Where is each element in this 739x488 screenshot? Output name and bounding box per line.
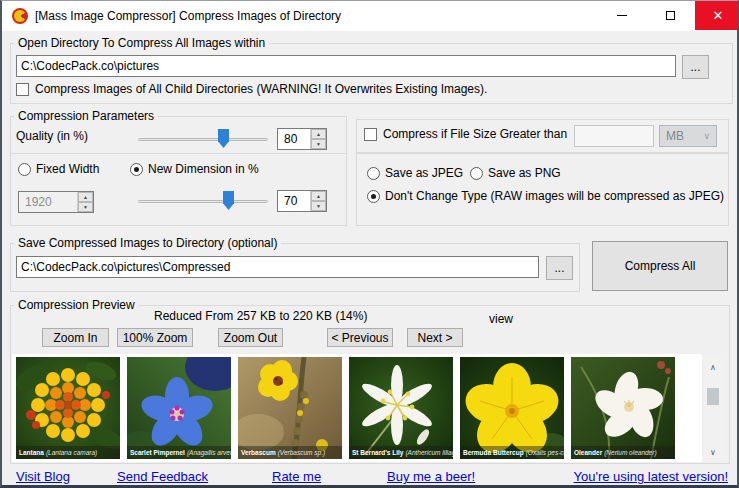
thumbnail-scarlet-pimpernel[interactable]: Scarlet Pimpernel(Anagallis arvensis)	[127, 357, 231, 459]
latest-version-link[interactable]: You're using latest version!	[574, 469, 728, 484]
dont-change-type-label: Don't Change Type (RAW images will be co…	[385, 189, 724, 203]
app-window: [Mass Image Compressor] Compress Images …	[0, 0, 739, 488]
thumbnail-bermuda-buttercup[interactable]: Bermuda Buttercup(Oxalis pes-caprae)	[460, 357, 564, 459]
next-button[interactable]: Next >	[407, 328, 463, 347]
child-directories-label: Compress Images of All Child Directories…	[35, 82, 487, 96]
quality-spinner[interactable]: 80 ▲ ▼	[277, 128, 327, 150]
app-icon	[12, 8, 28, 24]
filesize-checkbox[interactable]	[364, 128, 377, 141]
thumbnail-caption: Scarlet Pimpernel(Anagallis arvensis)	[127, 446, 231, 459]
fixed-width-spinner: 1920 ▲ ▼	[18, 191, 94, 213]
filesize-unit-value: MB	[666, 129, 684, 143]
save-as-jpeg-radio[interactable]	[367, 167, 380, 180]
scroll-down-icon[interactable]: ∨	[704, 445, 722, 460]
send-feedback-link[interactable]: Send Feedback	[117, 469, 208, 484]
buy-me-a-beer-link[interactable]: Buy me a beer!	[387, 469, 475, 484]
save-as-png-radio[interactable]	[470, 167, 483, 180]
st-bernards-lily-flower-image	[349, 357, 453, 459]
zoom-out-button[interactable]: Zoom Out	[218, 328, 283, 347]
filesize-label: Compress if File Size Greater than	[383, 127, 567, 141]
dimension-value: 70	[278, 191, 310, 211]
thumbnail-caption: Bermuda Buttercup(Oxalis pes-caprae)	[460, 446, 564, 459]
window-title: [Mass Image Compressor] Compress Images …	[35, 9, 341, 23]
zoom-100-button[interactable]: 100% Zoom	[117, 328, 193, 347]
save-directory-input[interactable]: C:\CodecPack.co\pictures\Compressed	[16, 256, 539, 278]
source-browse-button[interactable]: ...	[682, 55, 709, 79]
thumbnail-verbascum[interactable]: Verbascum(Verbascum sp.)	[238, 357, 342, 459]
visit-blog-link[interactable]: Visit Blog	[16, 469, 70, 484]
fixed-width-label: Fixed Width	[36, 162, 99, 176]
thumbnail-caption: St Bernard's Lily(Anthericum liliago)	[349, 446, 453, 459]
oleander-flower-image	[571, 357, 675, 459]
minimize-icon	[617, 15, 627, 16]
scrollbar-thumb[interactable]	[707, 388, 719, 405]
quality-slider-track[interactable]	[138, 138, 268, 141]
combo-arrow-icon: ∨	[703, 131, 710, 141]
child-directories-checkbox[interactable]	[16, 83, 29, 96]
fixed-width-radio[interactable]	[18, 163, 31, 176]
open-directory-group-label: Open Directory To Compress All Images wi…	[14, 36, 269, 50]
dimension-spin-up-icon[interactable]: ▲	[311, 191, 326, 201]
save-as-png-label: Save as PNG	[488, 166, 561, 180]
view-label: view	[489, 312, 513, 326]
lantana-flower-image	[16, 357, 120, 459]
title-bar: [Mass Image Compressor] Compress Images …	[2, 1, 737, 31]
preview-scrollbar[interactable]: ∧ ∨	[704, 354, 722, 462]
compression-parameters-label: Compression Parameters	[14, 109, 158, 123]
rate-me-link[interactable]: Rate me	[272, 469, 321, 484]
thumbnail-caption: Oleander(Nerium oleander)	[571, 446, 675, 459]
dimension-spinner[interactable]: 70 ▲ ▼	[277, 190, 327, 212]
quality-spin-up-icon[interactable]: ▲	[311, 129, 326, 139]
fixed-width-spin-up-icon: ▲	[78, 192, 93, 202]
scarlet-pimpernel-flower-image	[127, 357, 231, 459]
save-directory-group-label: Save Compressed Images to Directory (opt…	[14, 236, 281, 250]
quality-value: 80	[278, 129, 310, 149]
dont-change-type-radio[interactable]	[367, 190, 380, 203]
save-browse-button[interactable]: ...	[546, 256, 573, 280]
minimize-button[interactable]	[598, 1, 646, 30]
reduction-status-text: Reduced From 257 KB to 220 KB (14%)	[154, 309, 367, 323]
compression-preview-label: Compression Preview	[14, 298, 139, 312]
thumbnail-lantana[interactable]: Lantana(Lantana camara)	[16, 357, 120, 459]
new-dimension-label: New Dimension in %	[148, 162, 259, 176]
thumbnail-st-bernards-lily[interactable]: St Bernard's Lily(Anthericum liliago)	[349, 357, 453, 459]
thumbnail-caption: Verbascum(Verbascum sp.)	[238, 446, 342, 459]
fixed-width-value: 1920	[19, 192, 77, 212]
source-directory-input[interactable]: C:\CodecPack.co\pictures	[16, 55, 676, 77]
maximize-button[interactable]	[646, 1, 695, 30]
dimension-spin-down-icon[interactable]: ▼	[311, 201, 326, 211]
new-dimension-radio[interactable]	[130, 163, 143, 176]
thumbnail-oleander[interactable]: Oleander(Nerium oleander)	[571, 357, 675, 459]
scroll-up-icon[interactable]: ∧	[704, 360, 722, 375]
maximize-icon	[666, 11, 675, 20]
quality-label: Quality (in %)	[16, 129, 88, 143]
previous-button[interactable]: < Previous	[327, 328, 393, 347]
save-as-jpeg-label: Save as JPEG	[385, 166, 463, 180]
compress-all-button[interactable]: Compress All	[592, 241, 728, 291]
zoom-in-button[interactable]: Zoom In	[42, 328, 109, 347]
bermuda-buttercup-flower-image	[460, 357, 564, 459]
verbascum-flower-image	[238, 357, 342, 459]
close-icon: ✕	[713, 8, 724, 23]
dimension-slider-track[interactable]	[138, 200, 268, 203]
quality-spin-down-icon[interactable]: ▼	[311, 139, 326, 149]
filesize-unit-combo: MB ∨	[659, 125, 717, 147]
close-button[interactable]: ✕	[695, 1, 739, 30]
fixed-width-spin-down-icon: ▼	[78, 202, 93, 212]
filesize-value-input	[574, 125, 654, 147]
thumbnail-caption: Lantana(Lantana camara)	[16, 446, 120, 459]
